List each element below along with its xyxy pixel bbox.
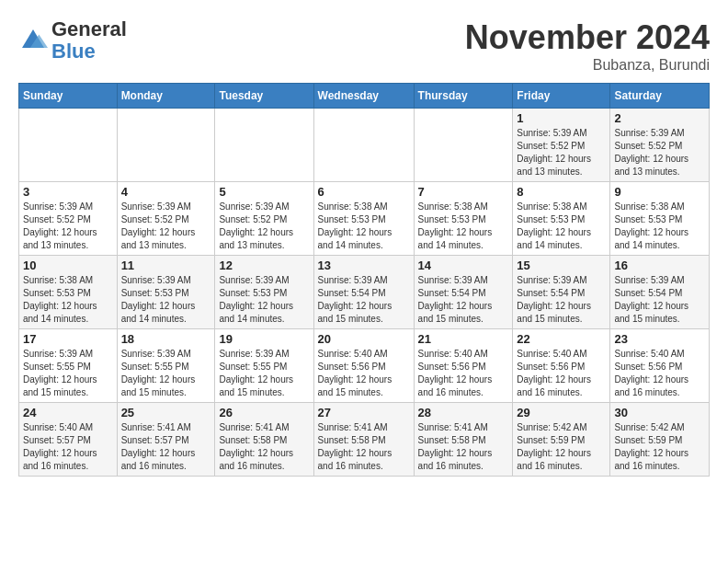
weekday-header: Tuesday bbox=[215, 84, 313, 109]
day-info: Sunrise: 5:40 AMSunset: 5:56 PMDaylight:… bbox=[517, 348, 606, 399]
weekday-header: Thursday bbox=[414, 84, 513, 109]
day-number: 28 bbox=[418, 406, 509, 419]
day-number: 24 bbox=[23, 406, 113, 419]
day-number: 2 bbox=[614, 111, 705, 125]
day-info: Sunrise: 5:42 AMSunset: 5:59 PMDaylight:… bbox=[517, 421, 606, 473]
day-number: 20 bbox=[318, 332, 410, 346]
weekday-header: Saturday bbox=[610, 84, 710, 109]
calendar-cell: 30Sunrise: 5:42 AMSunset: 5:59 PMDayligh… bbox=[610, 403, 710, 477]
calendar-cell: 20Sunrise: 5:40 AMSunset: 5:56 PMDayligh… bbox=[313, 329, 414, 403]
day-info: Sunrise: 5:38 AMSunset: 5:53 PMDaylight:… bbox=[517, 201, 606, 252]
day-info: Sunrise: 5:39 AMSunset: 5:55 PMDaylight:… bbox=[121, 348, 211, 399]
calendar-week-row: 17Sunrise: 5:39 AMSunset: 5:55 PMDayligh… bbox=[19, 329, 710, 403]
day-info: Sunrise: 5:38 AMSunset: 5:53 PMDaylight:… bbox=[23, 274, 113, 326]
day-number: 9 bbox=[614, 185, 705, 199]
weekday-header: Monday bbox=[117, 84, 215, 109]
calendar-cell: 29Sunrise: 5:42 AMSunset: 5:59 PMDayligh… bbox=[513, 403, 610, 477]
day-number: 4 bbox=[121, 185, 211, 199]
calendar-week-row: 10Sunrise: 5:38 AMSunset: 5:53 PMDayligh… bbox=[19, 256, 710, 329]
logo-blue-text: Blue bbox=[51, 40, 96, 63]
day-info: Sunrise: 5:40 AMSunset: 5:57 PMDaylight:… bbox=[23, 421, 113, 473]
day-number: 27 bbox=[318, 406, 410, 419]
calendar-cell: 1Sunrise: 5:39 AMSunset: 5:52 PMDaylight… bbox=[513, 109, 610, 182]
logo: General Blue bbox=[18, 18, 127, 63]
weekday-header: Friday bbox=[513, 84, 610, 109]
day-info: Sunrise: 5:38 AMSunset: 5:53 PMDaylight:… bbox=[318, 201, 410, 252]
day-info: Sunrise: 5:41 AMSunset: 5:58 PMDaylight:… bbox=[219, 421, 309, 473]
day-number: 3 bbox=[23, 185, 113, 199]
day-info: Sunrise: 5:41 AMSunset: 5:58 PMDaylight:… bbox=[418, 421, 509, 473]
day-number: 23 bbox=[614, 332, 705, 346]
day-number: 6 bbox=[318, 185, 410, 199]
day-info: Sunrise: 5:39 AMSunset: 5:55 PMDaylight:… bbox=[23, 348, 113, 399]
day-number: 18 bbox=[121, 332, 211, 346]
day-info: Sunrise: 5:39 AMSunset: 5:52 PMDaylight:… bbox=[614, 127, 705, 178]
day-number: 19 bbox=[219, 332, 309, 346]
calendar-cell: 16Sunrise: 5:39 AMSunset: 5:54 PMDayligh… bbox=[610, 256, 710, 329]
calendar-cell bbox=[414, 109, 513, 182]
day-info: Sunrise: 5:39 AMSunset: 5:54 PMDaylight:… bbox=[318, 274, 410, 326]
calendar-cell: 26Sunrise: 5:41 AMSunset: 5:58 PMDayligh… bbox=[215, 403, 313, 477]
calendar-cell: 2Sunrise: 5:39 AMSunset: 5:52 PMDaylight… bbox=[610, 109, 710, 182]
day-number: 1 bbox=[517, 111, 606, 125]
calendar-cell: 4Sunrise: 5:39 AMSunset: 5:52 PMDaylight… bbox=[117, 182, 215, 256]
calendar-cell: 9Sunrise: 5:38 AMSunset: 5:53 PMDaylight… bbox=[610, 182, 710, 256]
day-number: 10 bbox=[23, 259, 113, 272]
day-info: Sunrise: 5:39 AMSunset: 5:53 PMDaylight:… bbox=[121, 274, 211, 326]
day-number: 17 bbox=[23, 332, 113, 346]
calendar-cell: 7Sunrise: 5:38 AMSunset: 5:53 PMDaylight… bbox=[414, 182, 513, 256]
day-info: Sunrise: 5:40 AMSunset: 5:56 PMDaylight:… bbox=[418, 348, 509, 399]
day-info: Sunrise: 5:39 AMSunset: 5:54 PMDaylight:… bbox=[517, 274, 606, 326]
day-number: 22 bbox=[517, 332, 606, 346]
calendar-cell: 27Sunrise: 5:41 AMSunset: 5:58 PMDayligh… bbox=[313, 403, 414, 477]
day-number: 25 bbox=[121, 406, 211, 419]
day-number: 14 bbox=[418, 259, 509, 272]
month-title: November 2024 bbox=[465, 18, 710, 57]
day-number: 30 bbox=[614, 406, 705, 419]
calendar-cell: 21Sunrise: 5:40 AMSunset: 5:56 PMDayligh… bbox=[414, 329, 513, 403]
calendar-table: SundayMondayTuesdayWednesdayThursdayFrid… bbox=[18, 83, 710, 477]
day-number: 7 bbox=[418, 185, 509, 199]
day-number: 11 bbox=[121, 259, 211, 272]
day-info: Sunrise: 5:39 AMSunset: 5:52 PMDaylight:… bbox=[121, 201, 211, 252]
calendar-cell bbox=[313, 109, 414, 182]
day-info: Sunrise: 5:39 AMSunset: 5:53 PMDaylight:… bbox=[219, 274, 309, 326]
calendar-cell: 12Sunrise: 5:39 AMSunset: 5:53 PMDayligh… bbox=[215, 256, 313, 329]
day-number: 16 bbox=[614, 259, 705, 272]
day-info: Sunrise: 5:39 AMSunset: 5:55 PMDaylight:… bbox=[219, 348, 309, 399]
location: Bubanza, Burundi bbox=[465, 57, 710, 74]
calendar-cell: 10Sunrise: 5:38 AMSunset: 5:53 PMDayligh… bbox=[19, 256, 118, 329]
calendar-cell bbox=[19, 109, 118, 182]
day-number: 13 bbox=[318, 259, 410, 272]
calendar-cell: 5Sunrise: 5:39 AMSunset: 5:52 PMDaylight… bbox=[215, 182, 313, 256]
calendar-cell bbox=[215, 109, 313, 182]
day-number: 15 bbox=[517, 259, 606, 272]
day-info: Sunrise: 5:39 AMSunset: 5:52 PMDaylight:… bbox=[219, 201, 309, 252]
weekday-header: Sunday bbox=[19, 84, 118, 109]
logo-icon bbox=[18, 26, 48, 55]
calendar-cell: 23Sunrise: 5:40 AMSunset: 5:56 PMDayligh… bbox=[610, 329, 710, 403]
day-info: Sunrise: 5:39 AMSunset: 5:54 PMDaylight:… bbox=[614, 274, 705, 326]
day-number: 21 bbox=[418, 332, 509, 346]
day-info: Sunrise: 5:40 AMSunset: 5:56 PMDaylight:… bbox=[318, 348, 410, 399]
calendar-cell: 17Sunrise: 5:39 AMSunset: 5:55 PMDayligh… bbox=[19, 329, 118, 403]
calendar-cell: 28Sunrise: 5:41 AMSunset: 5:58 PMDayligh… bbox=[414, 403, 513, 477]
day-info: Sunrise: 5:41 AMSunset: 5:57 PMDaylight:… bbox=[121, 421, 211, 473]
calendar-cell: 18Sunrise: 5:39 AMSunset: 5:55 PMDayligh… bbox=[117, 329, 215, 403]
calendar-cell: 11Sunrise: 5:39 AMSunset: 5:53 PMDayligh… bbox=[117, 256, 215, 329]
day-number: 12 bbox=[219, 259, 309, 272]
calendar-cell: 25Sunrise: 5:41 AMSunset: 5:57 PMDayligh… bbox=[117, 403, 215, 477]
calendar-cell: 3Sunrise: 5:39 AMSunset: 5:52 PMDaylight… bbox=[19, 182, 118, 256]
calendar-cell: 15Sunrise: 5:39 AMSunset: 5:54 PMDayligh… bbox=[513, 256, 610, 329]
day-info: Sunrise: 5:40 AMSunset: 5:56 PMDaylight:… bbox=[614, 348, 705, 399]
calendar-header-row: SundayMondayTuesdayWednesdayThursdayFrid… bbox=[19, 84, 710, 109]
day-info: Sunrise: 5:39 AMSunset: 5:54 PMDaylight:… bbox=[418, 274, 509, 326]
day-info: Sunrise: 5:42 AMSunset: 5:59 PMDaylight:… bbox=[614, 421, 705, 473]
calendar-cell: 19Sunrise: 5:39 AMSunset: 5:55 PMDayligh… bbox=[215, 329, 313, 403]
calendar-cell: 22Sunrise: 5:40 AMSunset: 5:56 PMDayligh… bbox=[513, 329, 610, 403]
weekday-header: Wednesday bbox=[313, 84, 414, 109]
day-number: 8 bbox=[517, 185, 606, 199]
day-info: Sunrise: 5:39 AMSunset: 5:52 PMDaylight:… bbox=[517, 127, 606, 178]
day-info: Sunrise: 5:39 AMSunset: 5:52 PMDaylight:… bbox=[23, 201, 113, 252]
page-header: General Blue November 2024 Bubanza, Buru… bbox=[18, 18, 710, 74]
